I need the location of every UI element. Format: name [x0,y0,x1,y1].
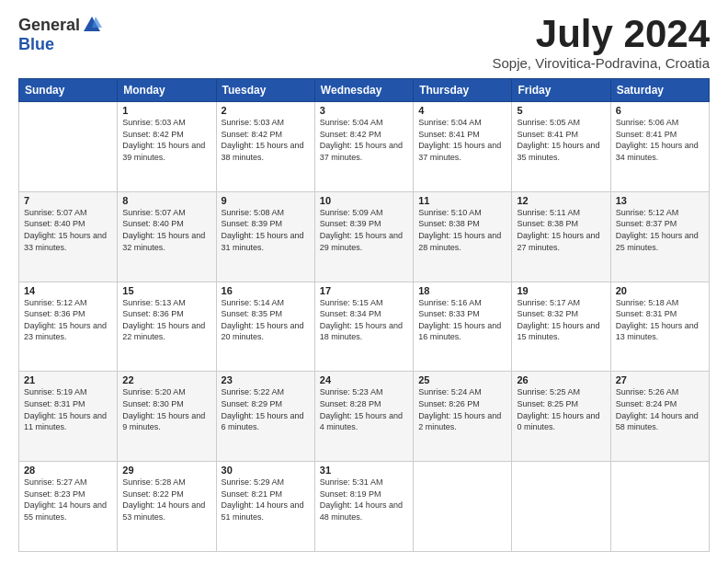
day-info: Sunrise: 5:26 AMSunset: 8:24 PMDaylight:… [616,386,704,432]
day-number: 23 [222,374,310,385]
day-number: 4 [418,105,506,116]
table-row: 8Sunrise: 5:07 AMSunset: 8:40 PMDaylight… [118,191,216,282]
day-info: Sunrise: 5:27 AMSunset: 8:23 PMDaylight:… [24,477,112,523]
day-number: 2 [222,105,310,116]
day-info: Sunrise: 5:10 AMSunset: 8:38 PMDaylight:… [418,207,506,253]
day-info: Sunrise: 5:20 AMSunset: 8:30 PMDaylight:… [122,386,210,432]
table-row: 12Sunrise: 5:11 AMSunset: 8:38 PMDayligh… [512,191,610,282]
calendar-week-row: 7Sunrise: 5:07 AMSunset: 8:40 PMDaylight… [19,191,710,282]
table-row: 9Sunrise: 5:08 AMSunset: 8:39 PMDaylight… [216,191,314,282]
day-number: 8 [122,195,210,206]
day-info: Sunrise: 5:07 AMSunset: 8:40 PMDaylight:… [24,207,112,253]
day-info: Sunrise: 5:24 AMSunset: 8:26 PMDaylight:… [418,386,506,432]
day-number: 7 [24,195,112,206]
table-row: 18Sunrise: 5:16 AMSunset: 8:33 PMDayligh… [414,282,512,372]
title-area: July 2024 Sopje, Virovitica-Podravina, C… [492,15,710,71]
day-number: 12 [517,195,605,206]
table-row: 2Sunrise: 5:03 AMSunset: 8:42 PMDaylight… [216,102,314,192]
day-number: 3 [320,105,408,116]
table-row: 14Sunrise: 5:12 AMSunset: 8:36 PMDayligh… [19,282,118,372]
table-row: 21Sunrise: 5:19 AMSunset: 8:31 PMDayligh… [19,372,118,462]
table-row: 23Sunrise: 5:22 AMSunset: 8:29 PMDayligh… [216,372,314,462]
calendar-week-row: 21Sunrise: 5:19 AMSunset: 8:31 PMDayligh… [19,372,710,462]
calendar-week-row: 14Sunrise: 5:12 AMSunset: 8:36 PMDayligh… [19,282,710,372]
day-info: Sunrise: 5:11 AMSunset: 8:38 PMDaylight:… [517,207,605,253]
day-info: Sunrise: 5:09 AMSunset: 8:39 PMDaylight:… [320,207,408,253]
day-info: Sunrise: 5:03 AMSunset: 8:42 PMDaylight:… [222,117,310,163]
calendar-header-row: Sunday Monday Tuesday Wednesday Thursday… [19,79,710,102]
calendar-week-row: 1Sunrise: 5:03 AMSunset: 8:42 PMDaylight… [19,102,710,192]
day-number: 1 [122,105,210,116]
table-row [19,102,118,192]
location-title: Sopje, Virovitica-Podravina, Croatia [492,55,710,71]
day-info: Sunrise: 5:31 AMSunset: 8:19 PMDaylight:… [320,477,408,523]
table-row: 20Sunrise: 5:18 AMSunset: 8:31 PMDayligh… [610,282,709,372]
table-row [414,462,512,552]
day-info: Sunrise: 5:18 AMSunset: 8:31 PMDaylight:… [616,297,704,343]
day-number: 28 [24,465,112,476]
day-info: Sunrise: 5:07 AMSunset: 8:40 PMDaylight:… [122,207,210,253]
col-saturday: Saturday [610,79,709,102]
day-number: 9 [222,195,310,206]
day-info: Sunrise: 5:06 AMSunset: 8:41 PMDaylight:… [616,117,704,163]
col-sunday: Sunday [19,79,118,102]
day-number: 22 [122,374,210,385]
table-row: 6Sunrise: 5:06 AMSunset: 8:41 PMDaylight… [610,102,709,192]
logo: General Blue [18,15,102,54]
calendar-table: Sunday Monday Tuesday Wednesday Thursday… [18,78,710,552]
day-info: Sunrise: 5:03 AMSunset: 8:42 PMDaylight:… [122,117,210,163]
day-number: 16 [222,285,310,296]
table-row: 13Sunrise: 5:12 AMSunset: 8:37 PMDayligh… [610,191,709,282]
day-number: 24 [320,374,408,385]
day-number: 26 [517,374,605,385]
table-row: 30Sunrise: 5:29 AMSunset: 8:21 PMDayligh… [216,462,314,552]
day-info: Sunrise: 5:12 AMSunset: 8:36 PMDaylight:… [24,297,112,343]
day-number: 21 [24,374,112,385]
logo-general-text: General [18,16,80,35]
calendar-week-row: 28Sunrise: 5:27 AMSunset: 8:23 PMDayligh… [19,462,710,552]
table-row: 31Sunrise: 5:31 AMSunset: 8:19 PMDayligh… [314,462,413,552]
day-number: 18 [418,285,506,296]
table-row: 17Sunrise: 5:15 AMSunset: 8:34 PMDayligh… [314,282,413,372]
col-monday: Monday [118,79,216,102]
day-info: Sunrise: 5:25 AMSunset: 8:25 PMDaylight:… [517,386,605,432]
col-wednesday: Wednesday [314,79,413,102]
day-info: Sunrise: 5:04 AMSunset: 8:42 PMDaylight:… [320,117,408,163]
day-number: 17 [320,285,408,296]
table-row: 5Sunrise: 5:05 AMSunset: 8:41 PMDaylight… [512,102,610,192]
table-row: 1Sunrise: 5:03 AMSunset: 8:42 PMDaylight… [118,102,216,192]
day-number: 20 [616,285,704,296]
table-row: 26Sunrise: 5:25 AMSunset: 8:25 PMDayligh… [512,372,610,462]
day-info: Sunrise: 5:12 AMSunset: 8:37 PMDaylight:… [616,207,704,253]
day-info: Sunrise: 5:13 AMSunset: 8:36 PMDaylight:… [122,297,210,343]
month-title: July 2024 [492,15,710,53]
table-row: 15Sunrise: 5:13 AMSunset: 8:36 PMDayligh… [118,282,216,372]
day-info: Sunrise: 5:19 AMSunset: 8:31 PMDaylight:… [24,386,112,432]
day-info: Sunrise: 5:23 AMSunset: 8:28 PMDaylight:… [320,386,408,432]
day-number: 11 [418,195,506,206]
day-info: Sunrise: 5:29 AMSunset: 8:21 PMDaylight:… [222,477,310,523]
day-number: 13 [616,195,704,206]
table-row: 29Sunrise: 5:28 AMSunset: 8:22 PMDayligh… [118,462,216,552]
day-info: Sunrise: 5:22 AMSunset: 8:29 PMDaylight:… [222,386,310,432]
day-number: 14 [24,285,112,296]
header: General Blue July 2024 Sopje, Virovitica… [18,15,710,71]
col-thursday: Thursday [414,79,512,102]
day-info: Sunrise: 5:14 AMSunset: 8:35 PMDaylight:… [222,297,310,343]
day-info: Sunrise: 5:28 AMSunset: 8:22 PMDaylight:… [122,477,210,523]
table-row: 7Sunrise: 5:07 AMSunset: 8:40 PMDaylight… [19,191,118,282]
page: General Blue July 2024 Sopje, Virovitica… [0,0,728,563]
day-info: Sunrise: 5:17 AMSunset: 8:32 PMDaylight:… [517,297,605,343]
day-info: Sunrise: 5:04 AMSunset: 8:41 PMDaylight:… [418,117,506,163]
logo-blue-text: Blue [18,35,54,53]
table-row [512,462,610,552]
table-row: 27Sunrise: 5:26 AMSunset: 8:24 PMDayligh… [610,372,709,462]
table-row: 25Sunrise: 5:24 AMSunset: 8:26 PMDayligh… [414,372,512,462]
day-info: Sunrise: 5:15 AMSunset: 8:34 PMDaylight:… [320,297,408,343]
table-row: 24Sunrise: 5:23 AMSunset: 8:28 PMDayligh… [314,372,413,462]
table-row: 4Sunrise: 5:04 AMSunset: 8:41 PMDaylight… [414,102,512,192]
day-number: 25 [418,374,506,385]
day-number: 10 [320,195,408,206]
col-tuesday: Tuesday [216,79,314,102]
day-number: 30 [222,465,310,476]
